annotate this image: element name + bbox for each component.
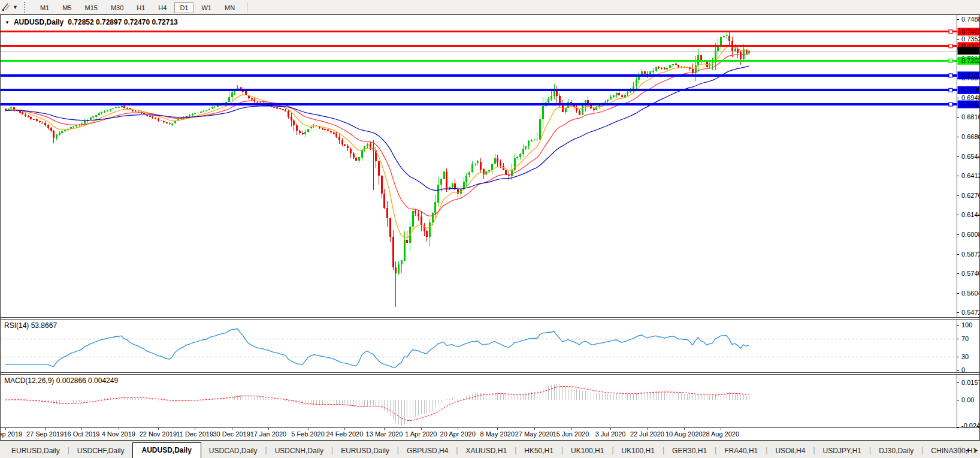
macd-axis-tick: -0.02441 [961, 422, 979, 427]
chart-tab-usdcnh-daily[interactable]: USDCNH,Daily [267, 444, 331, 458]
date-tick-mark [610, 428, 611, 430]
date-tick-mark [308, 428, 308, 430]
chart-tab-xauusd-h1[interactable]: XAUUSD,H1 [458, 444, 515, 458]
date-tick-mark [421, 428, 422, 430]
chart-tab-usoil-h4[interactable]: USOil,H4 [767, 444, 813, 458]
timeframe-button-w1[interactable]: W1 [196, 2, 217, 13]
date-label: 22 Jul 2020 [630, 430, 664, 438]
hline-price-label: 0.69025 [961, 101, 979, 108]
chart-tabs-bar: EURUSD,Daily|USDCHF,DailyAUDUSD,DailyUSD… [0, 441, 980, 458]
price-tick: 0.68160 [961, 113, 979, 120]
crosshair-icon[interactable] [1, 2, 11, 12]
date-tick-mark [684, 428, 685, 430]
tabs-scroll-divider: | [959, 446, 961, 454]
mt4-terminal: ▼ M1M5M15M30H1H4D1W1MN 0.748800.735200.7… [0, 0, 980, 458]
date-label: 15 Jun 2020 [553, 430, 589, 438]
date-label: 16 Oct 2019 [63, 430, 99, 438]
date-label: 20 Apr 2020 [440, 430, 476, 438]
date-tick-mark [195, 428, 195, 430]
date-tick-mark [458, 428, 458, 430]
date-label: 8 May 2020 [480, 430, 515, 438]
date-label: 27 May 2020 [515, 430, 553, 438]
date-tick-mark [45, 428, 46, 430]
timeframe-button-m15[interactable]: M15 [79, 2, 102, 13]
date-tick-mark [268, 428, 269, 430]
price-tick: 0.60080 [961, 231, 979, 238]
timeframe-toolbar: M1M5M15M30H1H4D1W1MN [34, 2, 241, 13]
hline-price-label: 0.69999 [961, 86, 979, 94]
chart-tab-usdchf-daily[interactable]: USDCHF,Daily [69, 444, 132, 458]
price-tick: 0.58720 [961, 251, 979, 258]
timeframe-button-m5[interactable]: M5 [57, 2, 77, 13]
chart-symbol-period: AUDUSD,Daily [14, 18, 63, 26]
date-label: 28 Aug 2020 [702, 430, 739, 438]
timeframe-button-h4[interactable]: H4 [153, 2, 172, 13]
macd-canvas[interactable]: 0.0157410.00-0.02441 [1, 375, 979, 427]
date-tick-mark [344, 428, 345, 430]
chart-tab-hk50-h1[interactable]: HK50,H1 [516, 444, 561, 458]
collapse-triangle-icon[interactable]: ▼ [5, 20, 10, 25]
main-chart-pane[interactable]: 0.748800.735200.721600.708400.694800.681… [1, 15, 979, 318]
tabs-scroll-controls: | ◄ ► [959, 446, 979, 454]
chart-tab-gbpusd-h4[interactable]: GBPUSD,H4 [399, 444, 456, 458]
toolbar-grip[interactable] [24, 2, 28, 13]
rsi-axis-tick: 30 [961, 353, 969, 360]
macd-axis-tick: 0.00 [961, 396, 974, 403]
date-label: 27 Sep 2019 [26, 430, 63, 438]
rsi-axis-tick: 0 [961, 366, 965, 372]
date-label: 4 Nov 2019 [102, 430, 135, 438]
chart-window: 0.748800.735200.721600.708400.694800.681… [0, 14, 980, 441]
chart-toolbar: ▼ M1M5M15M30H1H4D1W1MN [0, 0, 980, 14]
chart-tab-audusd-daily[interactable]: AUDUSD,Daily [132, 442, 201, 458]
price-tick: 0.57400 [961, 270, 979, 277]
price-chart-canvas[interactable]: 0.748800.735200.721600.708400.694800.681… [1, 15, 979, 317]
price-tick: 0.74880 [961, 16, 979, 23]
hline-price-label: 0.72022 [961, 57, 979, 64]
chart-tab-dj30-daily[interactable]: DJ30,Daily [871, 444, 921, 458]
chart-tab-uk100-h1[interactable]: UK100,H1 [563, 444, 612, 458]
price-tick: 0.61440 [961, 211, 979, 218]
timeframe-button-mn[interactable]: MN [219, 2, 240, 13]
chart-tabs: EURUSD,Daily|USDCHF,DailyAUDUSD,DailyUSD… [4, 441, 980, 458]
date-label: 22 Nov 2019 [140, 430, 177, 438]
rsi-axis-tick: 100 [961, 321, 972, 329]
rsi-canvas[interactable]: 10070300 [1, 320, 979, 372]
rsi-axis-tick: 70 [961, 335, 969, 342]
timeframe-button-m1[interactable]: M1 [35, 2, 55, 13]
chart-title: ▼ AUDUSD,Daily 0.72852 0.72897 0.72470 0… [5, 18, 178, 26]
current-price-label: 0.72713 [961, 47, 979, 55]
chart-ohlc-values: 0.72852 0.72897 0.72470 0.72713 [68, 18, 178, 26]
chart-tab-uk100-h1[interactable]: UK100,H1 [614, 444, 663, 458]
rsi-pane[interactable]: 10070300 RSI(14) 53.8667 [1, 319, 979, 373]
timeframe-button-d1[interactable]: D1 [174, 2, 193, 13]
date-label: 17 Jan 2020 [250, 430, 287, 438]
date-label: 5 Feb 2020 [291, 430, 325, 438]
timeframe-button-h1[interactable]: H1 [131, 2, 150, 13]
chart-tab-usdcad-daily[interactable]: USDCAD,Daily [201, 444, 265, 458]
date-tick-mark [534, 428, 535, 430]
hline-price-label: 0.71010 [961, 72, 979, 79]
date-tick-mark [571, 428, 571, 430]
chart-tab-usdjpy-h1[interactable]: USDJPY,H1 [815, 444, 869, 458]
date-axis[interactable]: 9 Sep 201927 Sep 201916 Oct 20194 Nov 20… [1, 428, 979, 440]
price-tick: 0.64120 [961, 172, 979, 179]
chart-tab-ger30-h1[interactable]: GER30,H1 [664, 444, 715, 458]
chart-tab-eurusd-daily[interactable]: EURUSD,Daily [333, 444, 397, 458]
price-tick: 0.54720 [961, 309, 979, 316]
timeframe-button-m30[interactable]: M30 [105, 2, 129, 13]
chart-tab-eurusd-daily[interactable]: EURUSD,Daily [4, 444, 68, 458]
price-tick: 0.56040 [961, 290, 979, 297]
macd-pane[interactable]: 0.0157410.00-0.02441 MACD(12,26,9) 0.002… [1, 374, 979, 428]
macd-axis-tick: 0.015741 [961, 379, 979, 386]
tabs-scroll-left-icon[interactable]: ◄ [964, 447, 970, 453]
date-label: 10 Aug 2020 [666, 430, 703, 438]
price-tick: 0.73520 [961, 35, 979, 43]
chevron-down-icon[interactable]: ▼ [13, 4, 18, 10]
price-tick: 0.66800 [961, 133, 979, 140]
date-tick-mark [232, 428, 232, 430]
date-tick-mark [384, 428, 385, 430]
tabs-scroll-right-icon[interactable]: ► [973, 447, 979, 453]
chart-tab-fra40-h1[interactable]: FRA40,H1 [716, 444, 766, 458]
date-label: 3 Jul 2020 [595, 430, 626, 438]
date-tick-mark [5, 428, 6, 430]
